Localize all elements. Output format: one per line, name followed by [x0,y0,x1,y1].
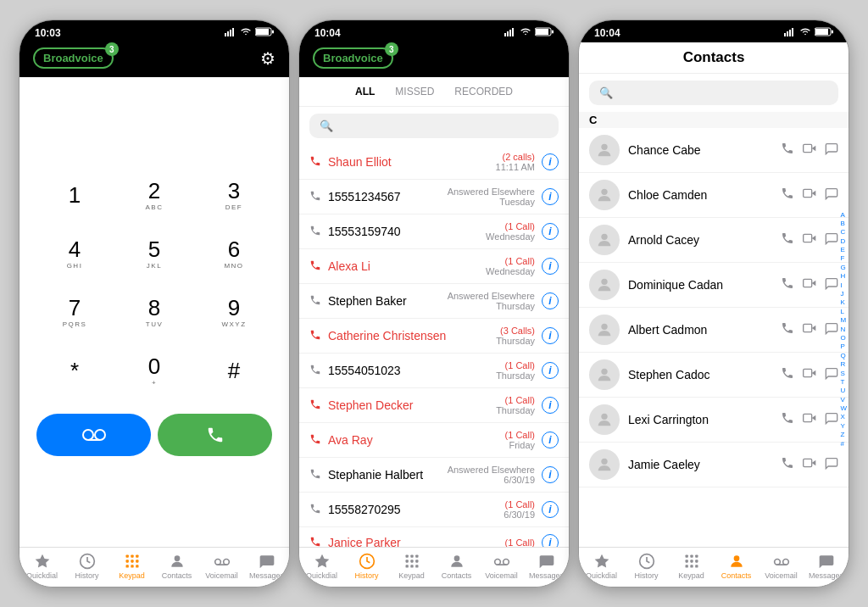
contact-item-0[interactable]: Chance Cabe [579,128,849,173]
contact-item-2[interactable]: Arnold Cacey [579,218,849,263]
contact-message-icon-3[interactable] [825,276,838,293]
broadvoice-badge-1[interactable]: Broadvoice 3 [33,47,114,69]
call-info-btn-3[interactable]: i [542,258,559,275]
call-item-11[interactable]: Janice Parker (1 Call) i [299,527,569,547]
tab-item-voicemail[interactable]: Voicemail [759,553,804,580]
contacts-search-bar[interactable]: 🔍 [589,81,838,105]
call-info-btn-8[interactable]: i [542,432,559,448]
alpha-V[interactable]: V [840,395,847,404]
alpha-H[interactable]: H [840,272,847,281]
key-7[interactable]: 7PQRS [36,285,113,340]
alpha-M[interactable]: M [840,316,847,325]
call-item-9[interactable]: Stephanie Halbert Answered Elsewhere6/30… [299,458,569,493]
call-item-4[interactable]: Stephen Baker Answered ElsewhereThursday… [299,284,569,319]
key-*[interactable]: * [36,343,113,398]
alpha-G[interactable]: G [840,264,847,272]
contact-call-icon-0[interactable] [781,142,794,159]
contact-item-6[interactable]: Lexi Carrington [579,398,849,443]
tab-item-keypad[interactable]: Keypad [109,553,154,580]
key-#[interactable]: # [196,343,272,398]
call-info-btn-4[interactable]: i [542,292,559,309]
call-item-3[interactable]: Alexa Li (1 Call)Wednesday i [299,249,569,284]
contact-video-icon-6[interactable] [803,411,816,428]
call-item-0[interactable]: Shaun Elliot (2 calls)11:11 AM i [299,145,569,180]
contact-item-4[interactable]: Albert Cadmon [579,308,849,353]
key-6[interactable]: 6MNO [196,226,272,281]
key-3[interactable]: 3DEF [196,168,272,223]
key-5[interactable]: 5JKL [116,226,192,281]
contact-message-icon-7[interactable] [825,456,838,473]
tab-item-history[interactable]: History [64,553,109,580]
tab-item-voicemail[interactable]: Voicemail [479,553,524,580]
call-info-btn-0[interactable]: i [542,153,559,170]
contact-message-icon-5[interactable] [825,366,838,383]
contact-call-icon-2[interactable] [781,231,794,248]
contact-item-5[interactable]: Stephen Cadoc [579,353,849,398]
contact-video-icon-7[interactable] [803,456,816,473]
alpha-Z[interactable]: Z [840,431,847,439]
tab-item-contacts[interactable]: Contacts [714,553,759,580]
alpha-I[interactable]: I [840,281,847,289]
contact-video-icon-1[interactable] [803,187,816,203]
call-item-5[interactable]: Catherine Christensen (3 Calls)Thursday … [299,319,569,354]
contact-video-icon-4[interactable] [803,321,816,338]
tab-item-history[interactable]: History [624,553,669,580]
contact-call-icon-5[interactable] [781,366,794,383]
key-0[interactable]: 0+ [116,343,192,398]
alpha-F[interactable]: F [840,254,847,263]
alpha-W[interactable]: W [840,404,847,413]
key-1[interactable]: 1 [36,168,113,223]
tab-item-messages[interactable]: Messages [524,553,569,580]
alpha-#[interactable]: # [840,439,847,448]
key-4[interactable]: 4GHI [36,226,113,281]
key-8[interactable]: 8TUV [116,285,192,340]
contact-call-icon-3[interactable] [781,276,794,293]
contact-message-icon-6[interactable] [825,411,838,428]
alpha-S[interactable]: S [840,369,847,377]
settings-icon-1[interactable]: ⚙ [260,48,275,69]
alpha-B[interactable]: B [840,220,847,228]
contact-video-icon-2[interactable] [803,231,816,248]
alpha-O[interactable]: O [840,334,847,342]
call-item-1[interactable]: 15551234567 Answered ElsewhereTuesday i [299,180,569,214]
alpha-R[interactable]: R [840,360,847,369]
voicemail-button[interactable] [36,414,151,456]
call-button[interactable] [158,414,272,456]
tab-item-messages[interactable]: Messages [244,553,289,580]
history-tab-missed[interactable]: MISSED [392,84,437,99]
contact-item-7[interactable]: Jamie Caeley [579,443,849,487]
alpha-Q[interactable]: Q [840,351,847,359]
contact-video-icon-3[interactable] [803,276,816,293]
alpha-L[interactable]: L [840,308,847,316]
alpha-X[interactable]: X [840,413,847,421]
call-item-8[interactable]: Ava Ray (1 Call)Friday i [299,423,569,458]
alpha-K[interactable]: K [840,298,847,307]
tab-item-quickdial[interactable]: Quickdial [579,553,624,580]
contact-video-icon-5[interactable] [803,366,816,383]
key-9[interactable]: 9WXYZ [196,285,272,340]
contact-item-3[interactable]: Dominique Cadan [579,263,849,308]
contact-call-icon-7[interactable] [781,456,794,473]
contact-call-icon-4[interactable] [781,321,794,338]
tab-item-messages[interactable]: Messages [804,553,849,580]
contact-message-icon-2[interactable] [825,231,838,248]
alpha-T[interactable]: T [840,378,847,387]
tab-item-quickdial[interactable]: Quickdial [299,553,344,580]
call-info-btn-6[interactable]: i [542,362,559,379]
call-info-btn-5[interactable]: i [542,327,559,344]
call-info-btn-9[interactable]: i [542,466,559,483]
tab-item-keypad[interactable]: Keypad [389,553,434,580]
contact-message-icon-0[interactable] [825,142,838,159]
history-tab-recorded[interactable]: RECORDED [451,84,516,99]
tab-item-contacts[interactable]: Contacts [154,553,199,580]
tab-item-quickdial[interactable]: Quickdial [19,553,64,580]
contact-item-1[interactable]: Chloe Camden [579,173,849,218]
alpha-E[interactable]: E [840,246,847,254]
call-item-6[interactable]: 15554051023 (1 Call)Thursday i [299,354,569,388]
history-search-bar[interactable]: 🔍 [309,114,559,138]
alpha-J[interactable]: J [840,290,847,298]
call-info-btn-7[interactable]: i [542,397,559,414]
alpha-P[interactable]: P [840,342,847,351]
alpha-A[interactable]: A [840,210,847,219]
alpha-U[interactable]: U [840,387,847,395]
